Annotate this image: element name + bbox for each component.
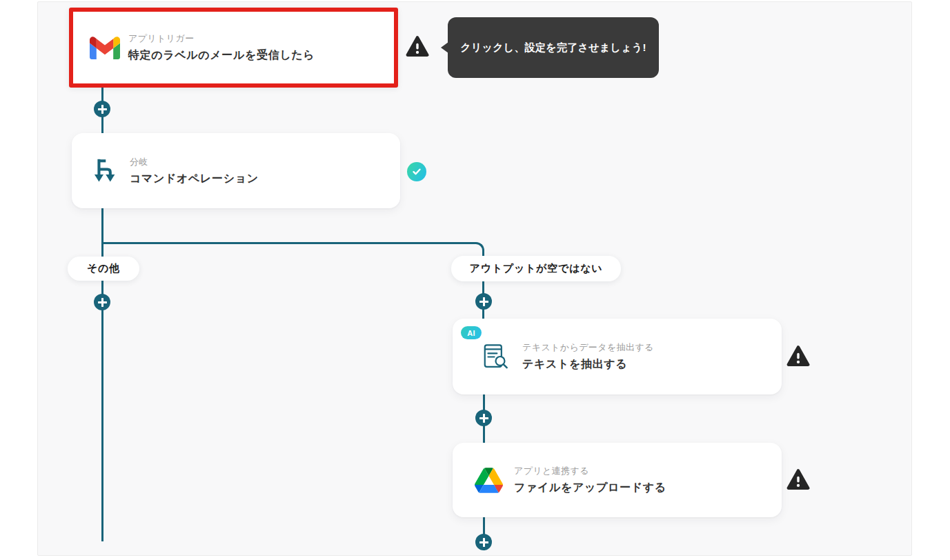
node-card-gmail-trigger[interactable]: アプリトリガー 特定のラベルのメールを受信したら bbox=[69, 8, 398, 88]
node-title: ファイルをアップロードする bbox=[514, 481, 666, 495]
branch-label-other: その他 bbox=[68, 257, 139, 281]
ai-badge: AI bbox=[461, 326, 482, 339]
branch-split-connector bbox=[102, 242, 484, 319]
node-card-extract-text[interactable]: AI テキストからデータを抽出する テキストを抽出する bbox=[453, 319, 782, 394]
warning-icon bbox=[406, 34, 429, 58]
node-category: 分岐 bbox=[130, 156, 259, 168]
add-step-button[interactable] bbox=[475, 534, 492, 550]
branch-label-text: その他 bbox=[87, 262, 120, 275]
add-step-button[interactable] bbox=[475, 410, 492, 426]
node-card-upload-file[interactable]: アプリと連携する ファイルをアップロードする bbox=[453, 443, 782, 517]
add-step-button[interactable] bbox=[94, 294, 110, 310]
check-icon bbox=[407, 162, 426, 181]
workflow-editor: アプリトリガー 特定のラベルのメールを受信したら クリックし、設定を完了させまし… bbox=[0, 0, 950, 560]
node-title: コマンドオペレーション bbox=[130, 172, 259, 186]
document-search-icon bbox=[483, 343, 508, 370]
node-card-branch[interactable]: 分岐 コマンドオペレーション bbox=[72, 133, 400, 208]
branch-label-text: アウトプットが空ではない bbox=[470, 262, 603, 275]
node-category: テキストからデータを抽出する bbox=[522, 341, 654, 354]
setup-tooltip: クリックし、設定を完了させましょう! bbox=[448, 17, 659, 78]
branch-icon bbox=[91, 158, 116, 184]
add-step-button[interactable] bbox=[94, 101, 110, 117]
tooltip-text: クリックし、設定を完了させましょう! bbox=[460, 41, 646, 54]
google-drive-icon bbox=[475, 468, 503, 493]
node-title: 特定のラベルのメールを受信したら bbox=[128, 48, 315, 63]
node-category: アプリトリガー bbox=[128, 32, 315, 45]
node-category: アプリと連携する bbox=[514, 465, 666, 477]
tooltip-arrow-icon bbox=[441, 42, 448, 53]
warning-icon bbox=[786, 344, 810, 368]
gmail-icon bbox=[90, 37, 120, 59]
warning-icon bbox=[786, 468, 810, 491]
node-title: テキストを抽出する bbox=[522, 357, 654, 372]
branch-label-output-not-empty: アウトプットが空ではない bbox=[451, 256, 621, 281]
add-step-button[interactable] bbox=[475, 293, 492, 310]
